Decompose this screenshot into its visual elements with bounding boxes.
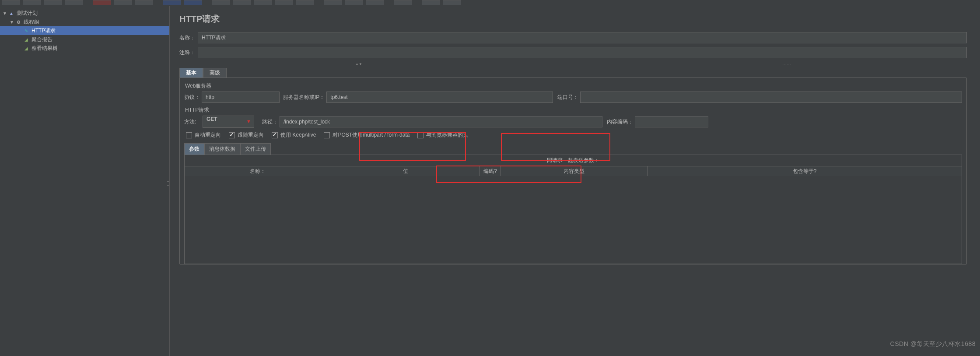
gear-icon: ⚙ <box>15 18 22 25</box>
server-label: 服务器名称或IP： <box>283 94 325 101</box>
tool-btn[interactable] <box>135 0 153 5</box>
tool-btn[interactable] <box>345 0 363 5</box>
tree-item-aggregate[interactable]: ◢ 聚合报告 <box>0 35 169 44</box>
tree-label: 察看结果树 <box>32 45 58 52</box>
tree-item-plan[interactable]: ▼ ▲ 测试计划 <box>0 9 169 18</box>
method-value: GET <box>206 116 217 122</box>
col-name[interactable]: 名称： <box>185 166 331 176</box>
col-type[interactable]: 内容类型 <box>501 166 648 176</box>
tree-label: 测试计划 <box>17 10 38 17</box>
tool-btn[interactable] <box>23 0 41 5</box>
checkbox-icon <box>272 132 278 138</box>
tool-btn[interactable] <box>65 0 83 5</box>
tool-btn[interactable] <box>114 0 132 5</box>
editor-panel: HTTP请求 名称： 注释： ▲▼ 基本 高级 Web服务器 协议： 服务器名称… <box>170 6 980 356</box>
chevron-down-icon[interactable]: ▼ <box>10 20 15 25</box>
comment-label: 注释： <box>179 49 198 56</box>
chevron-down-icon[interactable]: ▼ <box>3 11 8 16</box>
tool-btn[interactable] <box>254 0 272 5</box>
params-body[interactable] <box>185 176 962 264</box>
tool-btn[interactable] <box>296 0 314 5</box>
tool-btn[interactable] <box>2 0 20 5</box>
tool-btn[interactable] <box>233 0 251 5</box>
tool-btn[interactable] <box>184 0 202 5</box>
tool-btn[interactable] <box>93 0 111 5</box>
tool-btn[interactable] <box>44 0 62 5</box>
checkbox-icon <box>417 132 424 138</box>
protocol-label: 协议： <box>184 94 200 101</box>
chart-icon: ◢ <box>23 36 30 43</box>
tool-btn[interactable] <box>443 0 461 5</box>
tree-item-threadgroup[interactable]: ▼ ⚙ 线程组 <box>0 18 169 26</box>
tool-btn[interactable] <box>212 0 230 5</box>
subtab-body[interactable]: 消息体数据 <box>204 143 240 155</box>
tab-advanced[interactable]: 高级 <box>203 68 227 78</box>
tool-btn[interactable] <box>275 0 293 5</box>
subtab-upload[interactable]: 文件上传 <box>240 143 271 155</box>
encoding-input[interactable] <box>635 116 708 127</box>
chk-follow-redirect[interactable]: 跟随重定向 <box>229 131 264 139</box>
group-httpreq: HTTP请求 <box>185 106 962 114</box>
pipette-icon: ✎ <box>23 27 30 34</box>
port-label: 端口号： <box>557 94 578 101</box>
tool-btn[interactable] <box>324 0 342 5</box>
col-value[interactable]: 值 <box>331 166 480 176</box>
splitter-handle[interactable]: ⋮⋮ <box>165 180 169 187</box>
encoding-label: 内容编码： <box>607 118 633 126</box>
method-select[interactable]: GET ▼ <box>203 116 254 128</box>
tool-btn[interactable] <box>394 0 412 5</box>
chk-browser-header[interactable]: 与浏览器兼容的头 <box>417 131 468 139</box>
tab-basic[interactable]: 基本 <box>179 68 203 78</box>
chk-keepalive[interactable]: 使用 KeepAlive <box>272 131 316 139</box>
subtab-params[interactable]: 参数 <box>184 143 204 155</box>
tree-label: HTTP请求 <box>32 27 56 35</box>
resize-grip[interactable]: ▲▼ <box>179 62 967 66</box>
watermark: CSDN @每天至少八杯水1688 <box>890 340 976 348</box>
tree-panel: ▼ ▲ 测试计划 ▼ ⚙ 线程组 ✎ HTTP请求 ◢ 聚合报告 ◢ <box>0 6 170 356</box>
params-table: 同请求一起发送参数： 名称： 值 编码? 内容类型 包含等于? <box>184 155 962 264</box>
params-title: 同请求一起发送参数： <box>185 155 962 166</box>
comment-input[interactable] <box>198 47 967 58</box>
chk-multipart[interactable]: 对POST使用multipart / form-data <box>324 131 410 139</box>
name-label: 名称： <box>179 34 198 42</box>
tool-btn[interactable] <box>163 0 181 5</box>
tool-btn[interactable] <box>422 0 440 5</box>
group-webserver: Web服务器 <box>185 82 962 90</box>
tree-item-http[interactable]: ✎ HTTP请求 <box>0 26 169 35</box>
protocol-input[interactable] <box>202 92 280 103</box>
tree-item-results[interactable]: ◢ 察看结果树 <box>0 44 169 53</box>
tree-label: 聚合报告 <box>32 36 52 43</box>
page-title: HTTP请求 <box>179 13 967 25</box>
tab-bar: 基本 高级 <box>179 68 967 78</box>
chk-auto-redirect[interactable]: 自动重定向 <box>186 131 221 139</box>
tool-btn[interactable] <box>366 0 384 5</box>
path-input[interactable] <box>280 116 602 127</box>
checkbox-icon <box>229 132 235 138</box>
server-input[interactable] <box>326 92 553 103</box>
method-label: 方法: <box>184 118 201 126</box>
col-encode[interactable]: 编码? <box>480 166 501 176</box>
checkbox-icon <box>186 132 192 138</box>
toolbar <box>0 0 980 6</box>
col-include[interactable]: 包含等于? <box>648 166 962 176</box>
path-label: 路径： <box>262 118 278 126</box>
checkbox-icon <box>324 132 330 138</box>
chart-icon: ◢ <box>23 45 30 52</box>
tree-label: 线程组 <box>24 18 39 26</box>
beaker-icon: ▲ <box>8 10 15 17</box>
name-input[interactable] <box>198 32 967 43</box>
caret-down-icon: ▼ <box>246 119 251 124</box>
port-input[interactable] <box>580 92 962 103</box>
